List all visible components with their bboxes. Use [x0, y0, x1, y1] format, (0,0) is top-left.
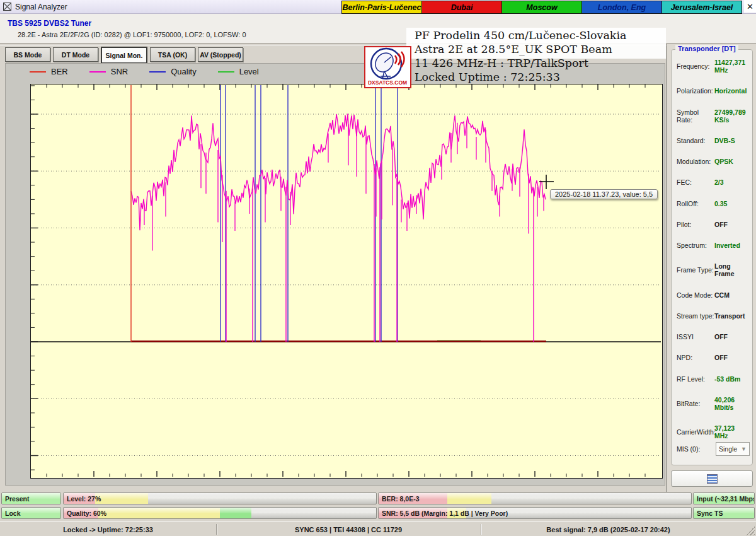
- level-progress-label: Level: 27%: [67, 493, 101, 504]
- mis-row: MIS (0): Single ▼: [672, 442, 752, 456]
- right-panel: Transponder [DT] Frequency: 11427,371 MH…: [667, 44, 756, 492]
- clock-city: Dubai: [422, 1, 501, 14]
- tp-label: BitRate:: [677, 400, 714, 407]
- legend-label: BER: [51, 67, 68, 76]
- tp-value: OFF: [714, 333, 728, 341]
- transponder-row-code-mode-: Code Mode: CCM: [672, 291, 752, 299]
- tp-label: RollOff:: [677, 200, 714, 207]
- transponder-row-modulation-: Modulation: QPSK: [672, 158, 752, 165]
- statusbar-section-1: Locked -> Uptime: 72:25:33: [0, 522, 216, 536]
- tp-label: Spectrum:: [677, 242, 714, 249]
- close-icon[interactable]: ✕: [744, 0, 756, 13]
- tp-value: Inverted: [714, 242, 740, 249]
- tp-value: Transport: [714, 312, 745, 320]
- signal-plot[interactable]: 86420-2-4: [30, 84, 663, 479]
- mis-dropdown[interactable]: Single ▼: [716, 442, 750, 456]
- transponder-row-spectrum-: Spectrum: Inverted: [672, 242, 752, 249]
- transponder-row-frame-type-: Frame Type: Long Frame: [672, 262, 752, 277]
- clock-city: Berlin-Paris-Lučenec: [342, 1, 421, 14]
- tp-value: 40,206 Mbit/s: [714, 396, 750, 411]
- ber-progress: BER: 8,0E-3: [378, 492, 692, 504]
- tp-value: 0.35: [714, 200, 727, 207]
- legend-swatch-level: [218, 71, 234, 73]
- legend-item-ber: BER: [30, 67, 68, 76]
- stream-list-button[interactable]: [671, 470, 753, 487]
- legend-label: Level: [239, 67, 259, 76]
- tp-value: Long Frame: [714, 262, 750, 277]
- chart-legend: BERSNRQualityLevel: [30, 67, 259, 76]
- tp-label: Symbol Rate:: [677, 108, 714, 124]
- clock-city: London, Eng: [582, 1, 662, 14]
- chevron-down-icon: ▼: [741, 446, 747, 452]
- tp-label: Pilot:: [677, 221, 714, 228]
- tab-av-stopped-[interactable]: AV (Stopped): [198, 47, 243, 62]
- signal-analyzer-window: Signal Analyzer Berlin-Paris-Lučenec Tue…: [0, 0, 756, 536]
- transponder-row-bitrate-: BitRate: 40,206 Mbit/s: [672, 396, 752, 411]
- legend-item-quality: Quality: [149, 67, 196, 76]
- legend-swatch-ber: [30, 71, 46, 73]
- tp-value: CCM: [714, 291, 730, 299]
- annotation-line-2: Astra 2E at 28.5°E_UK SPOT Beam: [415, 42, 679, 56]
- transponder-row-pilot-: Pilot: OFF: [672, 221, 752, 228]
- legend-label: Quality: [171, 67, 196, 76]
- annotation-line-4: Locked Uptime : 72:25:33: [415, 70, 679, 84]
- transponder-row-symbol-rate-: Symbol Rate: 27499,789 KS/s: [672, 108, 752, 124]
- resize-grip[interactable]: [746, 527, 755, 535]
- transponder-groupbox: Transponder [DT] Frequency: 11427,371 MH…: [671, 49, 753, 465]
- quality-progress-label: Quality: 60%: [67, 508, 106, 518]
- tuner-name: TBS 5925 DVBS2 Tuner: [8, 19, 91, 28]
- transponder-row-fec-: FEC: 2/3: [672, 178, 752, 186]
- mis-value: Single: [719, 445, 737, 453]
- tab-tsa-ok-[interactable]: TSA (OK): [150, 47, 195, 62]
- quality-progress: Quality: 60%: [63, 507, 377, 519]
- transponder-title: Transponder [DT]: [675, 45, 738, 52]
- transponder-row-rolloff-: RollOff: 0.35: [672, 200, 752, 207]
- tp-label: Standard:: [677, 137, 714, 144]
- annotation-line-1: PF Prodelin 450 cm/Lučenec-Slovakia: [415, 28, 679, 42]
- tp-value: -53 dBm: [714, 375, 740, 383]
- signal-plot-svg: 86420-2-4: [31, 84, 661, 477]
- tp-label: NPD:: [677, 354, 714, 361]
- tp-label: Code Mode:: [677, 291, 714, 299]
- clock-city: Moscow: [502, 1, 581, 14]
- ber-progress-label: BER: 8,0E-3: [382, 493, 420, 504]
- status-bar: Locked -> Uptime: 72:25:33SYNC 653 | TEI…: [0, 521, 756, 536]
- annotation-line-3: 11 426 MHz-H : TRP/TalkSport: [415, 56, 679, 70]
- statusbar-section-3: Best signal: 7,9 dB (2025-02-17 20:42): [481, 522, 736, 536]
- tab-dt-mode[interactable]: DT Mode: [53, 47, 98, 62]
- dxsatcs-logo: DXSATCS.COM: [364, 46, 411, 88]
- tp-label: RF Level:: [677, 375, 714, 383]
- tp-value: DVB-S: [714, 137, 735, 144]
- tp-label: Stream type:: [677, 312, 714, 320]
- transponder-row-polarization-: Polarization: Horizontal: [672, 87, 752, 95]
- tp-value: 37,123 MHz: [714, 424, 750, 440]
- annotation-text: PF Prodelin 450 cm/Lučenec-Slovakia Astr…: [415, 28, 679, 84]
- tp-value: 11427,371 MHz: [714, 59, 750, 74]
- tp-label: Polarization:: [677, 87, 714, 95]
- tp-label: Modulation:: [677, 158, 714, 165]
- tab-signal-mon-[interactable]: Signal Mon.: [101, 47, 147, 64]
- transponder-row-stream-type-: Stream type: Transport: [672, 312, 752, 320]
- tp-value: 27499,789 KS/s: [714, 108, 750, 124]
- mode-tabs: BS ModeDT ModeSignal Mon.TSA (OK)AV (Sto…: [5, 47, 243, 64]
- mis-label: MIS (0):: [677, 445, 714, 453]
- present-indicator: Present: [1, 492, 61, 504]
- input-indicator-label: Input (~32,31 Mbps): [697, 493, 755, 504]
- tab-bs-mode[interactable]: BS Mode: [5, 47, 50, 62]
- tuner-details: 28.2E - Astra 2E/2F/2G (ID: 0282) @ LOF1…: [18, 31, 246, 38]
- statusbar-section-2: SYNC 653 | TEI 44308 | CC 11729: [216, 522, 481, 536]
- transponder-row-npd-: NPD: OFF: [672, 354, 752, 361]
- transponder-row-standard-: Standard: DVB-S: [672, 137, 752, 144]
- app-icon: [3, 3, 11, 11]
- tp-value: 2/3: [714, 178, 724, 186]
- snr-progress: SNR: 5,5 dB (Margin: 1,1 dB | Very Poor): [378, 507, 692, 519]
- snr-progress-label: SNR: 5,5 dB (Margin: 1,1 dB | Very Poor): [382, 508, 508, 518]
- tp-value: OFF: [714, 221, 728, 228]
- plot-tooltip: 2025-02-18 11.37.23, value: 5,5: [550, 189, 658, 199]
- stream-list-icon: [707, 474, 718, 484]
- transponder-row-carrierwidth-: CarrierWidth: 37,123 MHz: [672, 424, 752, 440]
- transponder-row-issyi: ISSYI OFF: [672, 333, 752, 341]
- input-indicator: Input (~32,31 Mbps): [693, 492, 755, 504]
- legend-swatch-snr: [89, 71, 106, 73]
- tp-label: CarrierWidth:: [677, 428, 714, 436]
